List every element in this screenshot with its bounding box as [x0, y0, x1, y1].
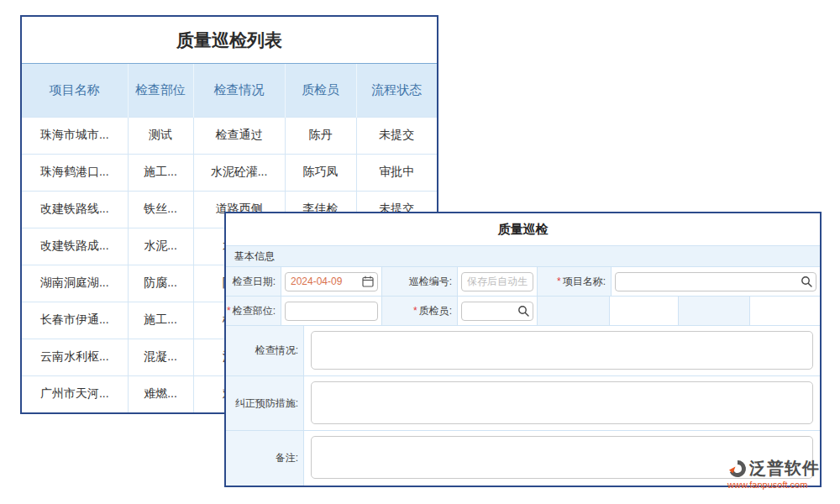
- form-row-situation: 检查情况:: [226, 326, 820, 376]
- measures-textarea[interactable]: [311, 381, 813, 424]
- project-label: * 项目名称:: [538, 267, 612, 296]
- calendar-icon[interactable]: [362, 276, 374, 287]
- part-cell: 铁丝...: [128, 191, 193, 228]
- form-row-measures: 纠正预防措施:: [226, 376, 820, 431]
- search-icon[interactable]: [517, 305, 529, 317]
- inspector-cell[interactable]: 陈巧凤: [285, 154, 356, 191]
- fanpu-logo-icon: [727, 459, 748, 479]
- project-name-cell[interactable]: 改建铁路线...: [22, 191, 128, 228]
- required-mark: *: [227, 305, 231, 317]
- remark-label: 备注:: [226, 431, 304, 486]
- dialog-title: 质量巡检: [226, 213, 820, 245]
- part-label: * 检查部位:: [226, 297, 281, 325]
- empty-label-cell: [679, 297, 750, 325]
- column-header-project: 项目名称: [22, 64, 128, 117]
- project-cell: [612, 267, 820, 296]
- part-cell: 混凝...: [128, 339, 193, 375]
- situation-textarea[interactable]: [311, 331, 813, 370]
- inspection-part-input[interactable]: [285, 302, 378, 321]
- patrol-code-input[interactable]: [461, 272, 533, 291]
- column-header-inspector: 质检员: [285, 64, 356, 117]
- quality-inspection-dialog: 质量巡检 基本信息 检查日期: 巡检编号:: [224, 212, 822, 487]
- brand-url: www.fanpusoft.com: [727, 480, 833, 490]
- project-name-cell[interactable]: 改建铁路成...: [22, 228, 128, 265]
- column-header-part: 检查部位: [128, 64, 193, 117]
- part-cell: 水泥...: [128, 228, 193, 265]
- brand-watermark: 泛普软件 www.fanpusoft.com: [727, 457, 833, 490]
- empty-label-cell: [538, 297, 610, 325]
- status-cell: 水泥砼灌...: [193, 154, 285, 191]
- part-cell: 施工...: [128, 302, 193, 339]
- project-name-cell[interactable]: 云南水利枢...: [22, 339, 128, 375]
- date-label: 检查日期:: [226, 267, 281, 296]
- search-icon[interactable]: [801, 276, 812, 287]
- code-cell: [458, 267, 538, 296]
- column-header-status: 检查情况: [193, 64, 285, 117]
- status-cell: 检查通过: [193, 117, 285, 154]
- project-name-input[interactable]: [615, 272, 816, 291]
- project-name-cell[interactable]: 珠海鹤港口...: [22, 154, 128, 191]
- part-cell: 难燃...: [128, 375, 193, 412]
- form-row-1: 检查日期: 巡检编号:: [226, 267, 820, 297]
- table-row: 珠海鹤港口... 施工... 水泥砼灌... 陈巧凤 审批中: [22, 154, 437, 191]
- flow-status-cell: 未提交: [356, 117, 437, 154]
- section-basic-info: 基本信息: [226, 245, 820, 267]
- header-row: 项目名称 检查部位 检查情况 质检员 流程状态: [22, 64, 437, 117]
- column-header-flow: 流程状态: [356, 64, 437, 117]
- flow-status-cell: 审批中: [356, 154, 437, 191]
- empty-value-cell: [750, 297, 820, 325]
- measures-cell: [304, 376, 820, 430]
- inspector-cell[interactable]: 陈丹: [285, 117, 356, 154]
- empty-value-cell: [610, 297, 679, 325]
- list-title: 质量巡检列表: [22, 17, 437, 64]
- brand-logo-text: 泛普软件: [749, 457, 820, 480]
- situation-label: 检查情况:: [226, 326, 304, 375]
- situation-cell: [304, 326, 820, 375]
- form-row-2: * 检查部位: * 质检员:: [226, 297, 820, 326]
- code-label: 巡检编号:: [382, 267, 458, 296]
- table-row: 珠海市城市... 测试 检查通过 陈丹 未提交: [22, 117, 437, 154]
- page: 质量巡检列表 项目名称 检查部位 检查情况 质检员 流程状态 珠海市城市... …: [0, 0, 840, 504]
- part-cell: 施工...: [128, 154, 193, 191]
- project-name-cell[interactable]: 广州市天河...: [22, 375, 128, 412]
- measures-label: 纠正预防措施:: [226, 376, 304, 430]
- date-cell: [281, 267, 382, 296]
- project-name-cell[interactable]: 长春市伊通...: [22, 302, 128, 339]
- project-name-cell[interactable]: 湖南洞庭湖...: [22, 265, 128, 302]
- part-cell-input: [281, 297, 382, 325]
- required-mark: *: [413, 305, 417, 317]
- required-mark: *: [557, 276, 561, 287]
- project-name-cell[interactable]: 珠海市城市...: [22, 117, 128, 154]
- inspector-cell-input: [458, 297, 538, 325]
- part-cell: 测试: [128, 117, 193, 154]
- part-cell: 防腐...: [128, 265, 193, 302]
- inspector-label: * 质检员:: [382, 297, 458, 325]
